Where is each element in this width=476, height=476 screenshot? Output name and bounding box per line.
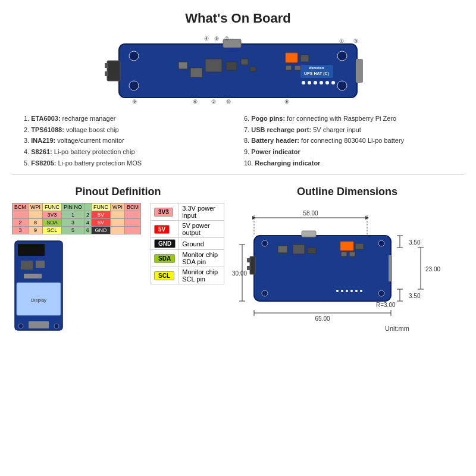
outline-title: Outline Dimensions	[230, 186, 464, 198]
col-header-func-r: FUNC	[92, 203, 111, 211]
svg-point-78	[378, 290, 384, 296]
svg-point-48	[54, 324, 59, 328]
legend-desc-5v: 5V power output	[179, 221, 224, 238]
col-header-func-l: FUNC	[43, 203, 62, 211]
legend-row-5v: 5V 5V power output	[151, 221, 224, 238]
svg-rect-15	[250, 67, 256, 71]
svg-point-2	[129, 81, 139, 90]
badge-5v: 5V	[154, 225, 170, 234]
svg-rect-46	[29, 321, 49, 328]
pin-table-wrap: BCM WPI FUNC PIN NO FUNC WPI BCM	[12, 203, 141, 335]
svg-rect-80	[340, 242, 353, 250]
legend-row-gnd: GND Ground	[151, 238, 224, 250]
svg-text:③: ③	[353, 38, 358, 44]
badge-3v3: 3V3	[154, 208, 173, 217]
svg-point-92	[341, 290, 343, 292]
svg-text:⑨: ⑨	[132, 99, 137, 105]
svg-rect-16	[286, 53, 298, 62]
svg-point-94	[350, 290, 353, 292]
page-title: What's On Board	[0, 11, 476, 26]
legend-row-scl: SCL Monitor chip SCL pin	[151, 267, 224, 284]
svg-rect-88	[250, 256, 255, 274]
dimensions-diagram: 58.00 65.00 3.50 3.50	[230, 203, 464, 371]
legend-row-3v3: 3V3 3.3V power input	[151, 203, 224, 221]
svg-rect-89	[247, 258, 250, 262]
pin-row-2: 2 8 SDA 3 4 5V	[12, 219, 141, 227]
svg-rect-79	[302, 231, 316, 237]
svg-text:65.00: 65.00	[315, 315, 330, 322]
svg-rect-5	[107, 61, 120, 81]
label-10: 10. Recharging indicator	[244, 158, 452, 169]
col-header-wpi: WPI	[29, 203, 43, 211]
svg-rect-13	[178, 62, 187, 69]
svg-rect-19	[295, 65, 300, 70]
svg-rect-18	[286, 65, 292, 70]
svg-rect-83	[349, 252, 355, 256]
svg-text:⑥: ⑥	[193, 99, 198, 105]
board-illus-svg: Display	[12, 238, 65, 333]
svg-rect-81	[355, 243, 364, 249]
svg-text:30.00: 30.00	[232, 270, 247, 277]
label-4: 4. S8261: Li-po battery protection chip	[24, 146, 232, 158]
label-3: 3. INA219: voltage/current monitor	[24, 135, 232, 146]
svg-text:⑩: ⑩	[226, 99, 231, 105]
svg-rect-11	[226, 62, 237, 70]
svg-rect-12	[190, 68, 202, 77]
svg-rect-86	[278, 246, 287, 253]
label-7: 7. USB recharge port: 5V charger input	[244, 124, 452, 136]
svg-text:④: ④	[204, 36, 209, 42]
legend-desc-gnd: Ground	[179, 238, 224, 250]
svg-text:⑤: ⑤	[214, 36, 219, 42]
svg-point-96	[360, 290, 362, 292]
svg-rect-82	[341, 252, 347, 256]
legend-desc-sda: Monitor chip SDA pin	[179, 250, 224, 267]
svg-rect-43	[24, 274, 42, 278]
col-header-bcm-r: BCM	[125, 203, 141, 211]
svg-text:⑧: ⑧	[284, 99, 289, 105]
svg-text:Display: Display	[31, 298, 46, 303]
dimensions-svg: 58.00 65.00 3.50 3.50	[230, 203, 444, 369]
col-header-wpi-r: WPI	[111, 203, 125, 211]
svg-rect-6	[105, 63, 108, 68]
svg-rect-17	[300, 55, 309, 62]
svg-point-22	[314, 81, 317, 84]
svg-rect-53	[254, 236, 391, 301]
svg-point-93	[346, 290, 348, 292]
legend-desc-3v3: 3.3V power input	[179, 203, 224, 221]
svg-point-76	[262, 290, 268, 296]
pinout-title: Pinout Definition	[12, 186, 224, 198]
board-diagram: Waveshare UPS HAT (C) ① ③ ④ ⑤ ⑦ ⑥ ② ⑩ ⑨ …	[89, 32, 387, 109]
label-6: 6. Pogo pins: for connecting with Raspbe…	[244, 113, 452, 124]
svg-point-20	[302, 81, 305, 84]
svg-point-25	[331, 81, 335, 84]
svg-text:UPS HAT (C): UPS HAT (C)	[304, 71, 329, 76]
svg-point-91	[336, 290, 339, 292]
svg-rect-14	[241, 59, 248, 65]
svg-rect-85	[308, 248, 316, 253]
legend-table: 3V3 3.3V power input 5V 5V power output …	[151, 203, 224, 284]
svg-rect-10	[205, 59, 222, 72]
svg-rect-8	[356, 59, 363, 83]
svg-point-95	[355, 290, 358, 292]
svg-text:①: ①	[339, 38, 344, 44]
svg-rect-7	[105, 71, 108, 76]
legend-desc-scl: Monitor chip SCL pin	[179, 267, 224, 284]
svg-point-75	[262, 240, 268, 246]
section-divider	[12, 174, 464, 175]
pinout-section: Pinout Definition BCM WPI FUNC PIN NO FU…	[12, 186, 224, 371]
label-9: 9. Power indicator	[244, 146, 452, 158]
labels-left: 1. ETA6003: recharge manager 2. TPS61088…	[18, 113, 238, 168]
pin-row-1: 3V3 1 2 5V	[12, 211, 141, 219]
label-1: 1. ETA6003: recharge manager	[24, 113, 232, 124]
badge-scl: SCL	[154, 271, 174, 280]
legend-row-sda: SDA Monitor chip SDA pin	[151, 250, 224, 267]
svg-point-1	[129, 51, 139, 61]
pinout-content: BCM WPI FUNC PIN NO FUNC WPI BCM	[12, 203, 224, 335]
svg-text:23.00: 23.00	[425, 266, 440, 273]
svg-point-21	[308, 81, 311, 84]
label-8: 8. Battery header: for connecting 803040…	[244, 135, 452, 146]
svg-text:Unit:mm: Unit:mm	[385, 325, 409, 332]
svg-text:3.50: 3.50	[409, 239, 421, 246]
bottom-section: Pinout Definition BCM WPI FUNC PIN NO FU…	[0, 181, 476, 376]
badge-gnd: GND	[154, 239, 176, 248]
